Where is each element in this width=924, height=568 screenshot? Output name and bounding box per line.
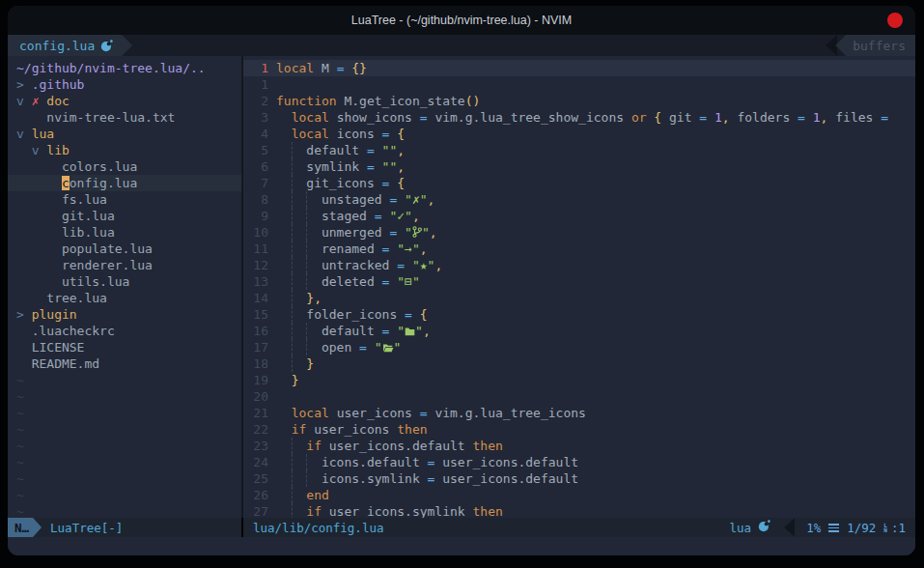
- indent-guide: [306, 470, 307, 487]
- token: "✓": [389, 209, 411, 223]
- line-number: 3: [243, 109, 268, 126]
- token: ,: [821, 110, 836, 125]
- token: then: [473, 439, 503, 453]
- tree-row[interactable]: LICENSE: [8, 339, 241, 355]
- tree-row[interactable]: lib.lua: [8, 224, 241, 241]
- token: user_icons: [337, 406, 420, 420]
- token: user_icons: [314, 422, 397, 437]
- indent-guide: [292, 487, 293, 503]
- tab-config-lua[interactable]: config.lua: [8, 35, 132, 56]
- code-line[interactable]: 15 folder_icons = {: [243, 306, 915, 323]
- tree-buffer-name: LuaTree[-]: [50, 521, 123, 535]
- line-number: 15: [243, 306, 268, 323]
- empty-line-tilde: ~: [8, 421, 241, 438]
- code-line[interactable]: 8 unstaged = "✗",: [243, 191, 915, 208]
- token: if: [306, 504, 328, 518]
- code-line[interactable]: 4 local icons = {: [243, 126, 915, 142]
- code-line[interactable]: 13 deleted = "⊟": [243, 273, 915, 290]
- window-title: LuaTree - (~/github/nvim-tree.lua) - NVI…: [351, 14, 572, 27]
- command-line[interactable]: [8, 537, 915, 555]
- code-line[interactable]: 5 default = "",: [243, 142, 915, 158]
- tree-row[interactable]: tree.lua: [8, 290, 241, 306]
- mode-indicator: N…: [8, 518, 42, 537]
- tree-row[interactable]: README.md: [8, 355, 241, 372]
- tree-row[interactable]: v lib: [8, 142, 241, 158]
- code-line[interactable]: 1local M = {}: [243, 60, 915, 76]
- empty-line-tilde: ~: [8, 487, 241, 503]
- folder-icon: [405, 324, 415, 340]
- line-number: 1: [243, 60, 268, 76]
- tree-row[interactable]: .luacheckrc: [8, 323, 241, 339]
- tree-row[interactable]: utils.lua: [8, 273, 241, 290]
- buffers-section[interactable]: buffers: [835, 35, 915, 56]
- code-line[interactable]: 14 },: [243, 290, 915, 306]
- tree-row[interactable]: > .github: [8, 76, 241, 93]
- token: "⊟": [397, 274, 419, 289]
- tree-row[interactable]: populate.lua: [8, 241, 241, 257]
- token: local: [292, 406, 337, 420]
- code-line[interactable]: 23 if user_icons.default then: [243, 438, 915, 454]
- tree-row[interactable]: nvim-tree-lua.txt: [8, 109, 241, 126]
- indent-guide: [292, 158, 293, 175]
- code-line[interactable]: 17 open = "": [243, 339, 915, 355]
- code-line[interactable]: 16 default = "",: [243, 323, 915, 339]
- tree-row[interactable]: ~/github/nvim-tree.lua/..: [8, 60, 241, 76]
- tree-row[interactable]: config.lua: [8, 175, 241, 191]
- tree-row[interactable]: fs.lua: [8, 191, 241, 208]
- token: >: [16, 77, 32, 92]
- code-line[interactable]: 22 if user_icons then: [243, 421, 915, 438]
- token: onfig.lua: [70, 176, 137, 190]
- code-line[interactable]: 11 renamed = "→",: [243, 241, 915, 257]
- token: =: [798, 110, 813, 125]
- indent-guide: [306, 191, 307, 208]
- token: ,: [428, 192, 435, 207]
- line-number: 11: [243, 241, 268, 257]
- terminal-window: LuaTree - (~/github/nvim-tree.lua) - NVI…: [8, 6, 915, 555]
- tree-row[interactable]: v ✗ doc: [8, 93, 241, 109]
- statusline-filetype: lua: [730, 520, 771, 535]
- token: git: [669, 110, 699, 125]
- code-line[interactable]: 3 local show_icons = vim.g.lua_tree_show…: [243, 109, 915, 126]
- code-editor: 1local M = {}12function M.get_icon_state…: [243, 56, 915, 518]
- line-number: 17: [243, 339, 268, 355]
- close-button[interactable]: [887, 13, 903, 28]
- code-line[interactable]: 19 }: [243, 372, 915, 388]
- code-line[interactable]: 10 unmerged = "",: [243, 224, 915, 241]
- token: end: [306, 488, 328, 502]
- code-line[interactable]: 2function M.get_icon_state(): [243, 93, 915, 109]
- tree-row[interactable]: colors.lua: [8, 158, 241, 175]
- tree-row[interactable]: > plugin: [8, 306, 241, 323]
- statusline-stats: 1% 1/92 LN :1: [806, 521, 906, 535]
- token: 1: [714, 110, 722, 125]
- token: {: [420, 307, 428, 322]
- line-number: 14: [243, 290, 268, 306]
- token: v: [16, 127, 32, 141]
- code-line[interactable]: 12 untracked = "★",: [243, 257, 915, 273]
- code-line[interactable]: 21 local user_icons = vim.g.lua_tree_ico…: [243, 405, 915, 421]
- tree-row[interactable]: renderer.lua: [8, 257, 241, 273]
- token: [16, 291, 46, 305]
- folder-open-icon: [382, 340, 394, 356]
- title-bar[interactable]: LuaTree - (~/github/nvim-tree.lua) - NVI…: [8, 6, 915, 35]
- token: lib.lua: [62, 225, 115, 240]
- token: =: [367, 159, 382, 174]
- code-line[interactable]: 18 }: [243, 355, 915, 372]
- code-line[interactable]: 27 if user_icons.symlink then: [243, 503, 915, 518]
- line-number: 25: [243, 470, 268, 487]
- code-line[interactable]: 6 symlink = "",: [243, 158, 915, 175]
- code-line[interactable]: 1: [243, 76, 915, 93]
- token: user_icons.symlink: [329, 504, 473, 518]
- code-line[interactable]: 20: [243, 388, 915, 405]
- tree-row[interactable]: git.lua: [8, 208, 241, 224]
- token: =: [428, 471, 443, 486]
- line-number: 18: [243, 355, 268, 372]
- code-line[interactable]: 9 staged = "✓",: [243, 208, 915, 224]
- token: renamed: [322, 241, 382, 256]
- code-line[interactable]: 26 end: [243, 487, 915, 503]
- tree-row[interactable]: v lua: [8, 126, 241, 142]
- code-line[interactable]: 7 git_icons = {: [243, 175, 915, 191]
- code-line[interactable]: 25 icons.symlink = user_icons.default: [243, 470, 915, 487]
- token: icons.default: [322, 455, 428, 469]
- tab-label: config.lua: [19, 39, 95, 53]
- code-line[interactable]: 24 icons.default = user_icons.default: [243, 454, 915, 470]
